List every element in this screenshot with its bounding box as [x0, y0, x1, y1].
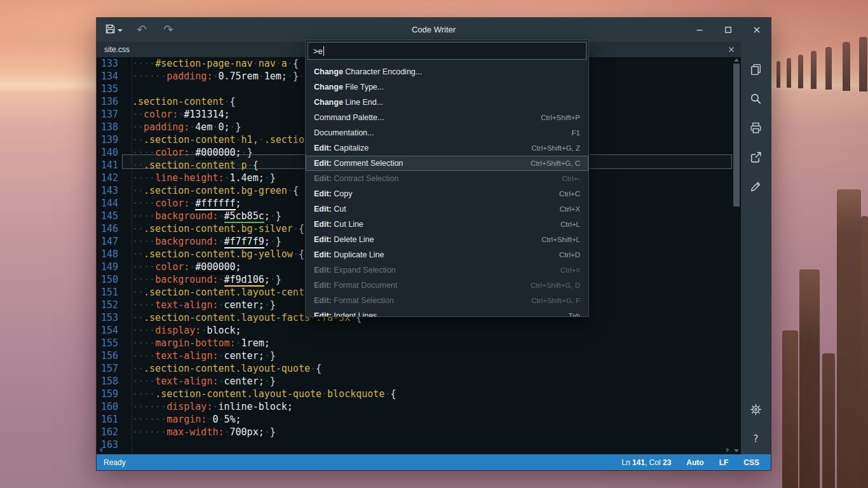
tab-close-button[interactable]: [728, 42, 735, 57]
maximize-button[interactable]: [714, 18, 742, 42]
line-number: 137: [97, 108, 118, 121]
jetty-post: [798, 55, 803, 88]
palette-item[interactable]: Change Character Encoding...: [306, 64, 588, 79]
undo-button[interactable]: ↶: [132, 20, 151, 39]
palette-item[interactable]: Edit: Cut LineCtrl+L: [306, 217, 588, 232]
help-button[interactable]: ?: [747, 429, 766, 448]
status-line-ending[interactable]: LF: [719, 458, 729, 467]
code-text: ····.section-content.layout-quote·blockq…: [118, 388, 396, 400]
right-sidebar: ?: [741, 42, 771, 454]
line-number: 162: [97, 426, 118, 438]
code-line[interactable]: 160······display:·inline-block;: [97, 400, 732, 413]
line-number: 138: [97, 121, 118, 133]
pages-button[interactable]: [747, 60, 766, 79]
code-text: [118, 83, 132, 95]
palette-item[interactable]: Edit: Format DocumentCtrl+Shift+G, D: [306, 278, 588, 293]
palette-item-label: Edit: Delete Line: [314, 235, 374, 244]
code-text: ····text-align:·center;·}: [118, 349, 276, 362]
scrollbar-thumb[interactable]: [733, 64, 740, 207]
code-text: [118, 438, 132, 451]
palette-item[interactable]: Edit: CapitalizeCtrl+Shift+G, Z: [306, 140, 588, 156]
share-button[interactable]: [747, 147, 766, 166]
line-number: 158: [97, 375, 118, 388]
line-number: 133: [97, 57, 118, 70]
pencil-icon: [749, 180, 763, 193]
scroll-up-arrow[interactable]: [734, 58, 739, 62]
code-line[interactable]: 158····text-align:·center;·}: [97, 375, 732, 388]
palette-item[interactable]: Edit: Format SelectionCtrl+Shift+G, F: [306, 293, 588, 308]
line-number: 142: [97, 172, 118, 184]
tab-site-css[interactable]: site.css: [97, 42, 137, 57]
palette-item-label: Edit: Comment Selection: [314, 159, 403, 168]
line-number: 144: [97, 197, 118, 210]
palette-item-shortcut: Ctrl+Shift+L: [529, 236, 580, 243]
code-line[interactable]: 157··.section-content.layout-quote·{: [97, 362, 732, 375]
line-number: 141: [97, 159, 118, 172]
palette-item-shortcut: Ctrl+=: [548, 266, 580, 274]
palette-item-shortcut: Ctrl+-: [550, 175, 580, 182]
vertical-scrollbar[interactable]: [732, 57, 741, 454]
save-caret-icon: [118, 29, 123, 32]
code-line[interactable]: 161······margin:·0·5%;: [97, 413, 732, 426]
code-line[interactable]: 163: [97, 438, 732, 451]
code-text: ····color:·#ffffff;: [118, 197, 241, 210]
code-text: ····text-align:·center;·}: [118, 375, 276, 388]
wooden-post: [861, 216, 868, 488]
maximize-icon: [725, 27, 730, 32]
palette-item-label: Edit: Contract Selection: [314, 174, 398, 183]
palette-item[interactable]: Edit: CutCtrl+X: [306, 201, 588, 217]
cursor-position[interactable]: Ln 141, Col 23: [621, 458, 671, 467]
scroll-down-arrow[interactable]: [734, 449, 739, 452]
code-line[interactable]: 156····text-align:·center;·}: [97, 349, 732, 362]
palette-item[interactable]: Edit: Delete LineCtrl+Shift+L: [306, 232, 588, 247]
scroll-left-arrow[interactable]: [99, 447, 102, 452]
palette-item[interactable]: Edit: Duplicate LineCtrl+D: [306, 247, 588, 262]
pencil-button[interactable]: [747, 177, 766, 196]
code-text: ······display:·inline-block;: [118, 400, 293, 413]
status-auto[interactable]: Auto: [686, 458, 703, 467]
status-language[interactable]: CSS: [743, 458, 759, 467]
jetty-post: [811, 51, 817, 89]
palette-item-label: Edit: Capitalize: [314, 144, 369, 152]
code-line[interactable]: 159····.section-content.layout-quote·blo…: [97, 388, 732, 400]
palette-item[interactable]: Edit: Expand SelectionCtrl+=: [306, 262, 588, 278]
palette-item-shortcut: Ctrl+X: [547, 205, 580, 213]
settings-button[interactable]: [747, 400, 766, 419]
code-text: ······max-width:·700px;·}: [118, 426, 276, 438]
print-button[interactable]: [747, 118, 766, 137]
code-line[interactable]: 154····display:·block;: [97, 324, 732, 337]
line-number: 154: [97, 324, 118, 337]
search-button[interactable]: [747, 89, 766, 108]
text-cursor: [323, 46, 324, 56]
palette-item-label: Change Line End...: [314, 98, 383, 107]
jetty-post: [843, 42, 850, 91]
redo-button[interactable]: ↷: [159, 20, 178, 39]
palette-item-label: Edit: Cut: [314, 205, 346, 214]
palette-item-label: Edit: Format Selection: [314, 296, 394, 305]
palette-item[interactable]: Edit: Comment SelectionCtrl+Shift+G, C: [306, 156, 588, 171]
palette-item[interactable]: Edit: CopyCtrl+C: [306, 186, 588, 201]
code-text: .section-content·{: [118, 95, 236, 108]
code-line[interactable]: 155····margin-bottom:·1rem;: [97, 337, 732, 349]
palette-item[interactable]: Documentation...F1: [306, 125, 588, 140]
scroll-right-arrow[interactable]: [726, 447, 729, 452]
code-line[interactable]: 162······max-width:·700px;·}: [97, 426, 732, 438]
line-number: 147: [97, 235, 118, 248]
close-button[interactable]: [742, 18, 771, 42]
palette-item-label: Edit: Duplicate Line: [314, 250, 384, 259]
minimize-button[interactable]: [685, 18, 714, 42]
line-number: 148: [97, 248, 118, 261]
palette-item[interactable]: Edit: Indent LinesTab: [306, 308, 588, 317]
palette-item[interactable]: Change File Type...: [306, 79, 588, 95]
palette-item[interactable]: Edit: Contract SelectionCtrl+-: [306, 171, 588, 186]
close-icon: [753, 26, 761, 34]
line-number: 153: [97, 311, 118, 324]
wooden-post: [837, 189, 861, 488]
save-button[interactable]: [103, 20, 125, 39]
sidebar-top: [747, 42, 766, 196]
status-ready: Ready: [104, 458, 126, 467]
code-text: ····background:·#f9d106;·}: [118, 273, 281, 286]
palette-item[interactable]: Command Palette...Ctrl+Shift+P: [306, 110, 588, 125]
palette-item[interactable]: Change Line End...: [306, 95, 588, 110]
palette-input[interactable]: >e: [308, 42, 587, 60]
